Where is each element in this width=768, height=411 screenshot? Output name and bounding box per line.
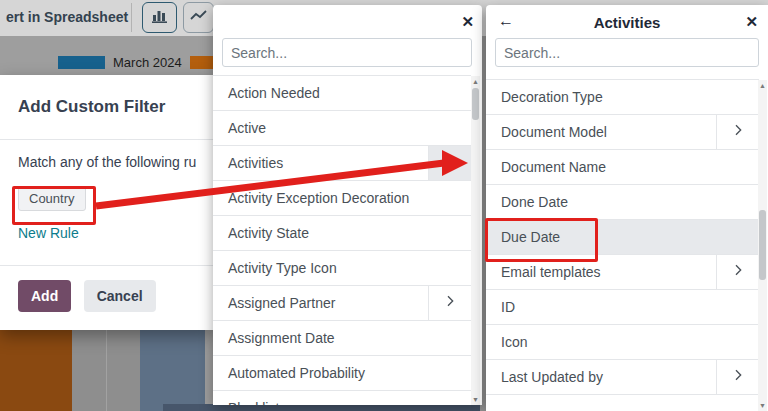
document-model-expand-target[interactable] <box>716 115 759 149</box>
chevron-right-icon <box>442 153 458 173</box>
list-item-document-name[interactable]: Document Name <box>486 150 759 185</box>
field-list-scrollbar[interactable]: ▲ ▼ <box>471 76 480 405</box>
new-rule-link[interactable]: New Rule <box>18 225 214 241</box>
activities-expand-target[interactable] <box>428 146 471 180</box>
list-item-automated-probability[interactable]: Automated Probability <box>213 356 471 391</box>
chart-bar-orange <box>0 330 72 411</box>
dialog-body: Match any of the following ru Country Ne… <box>0 140 214 265</box>
close-icon[interactable]: ✕ <box>745 13 758 31</box>
dialog-footer: Add Cancel <box>0 265 214 312</box>
list-item-last-updated-by[interactable]: Last Updated by <box>486 360 759 395</box>
list-item-email-templates[interactable]: Email templates <box>486 255 759 290</box>
line-chart-view-button[interactable] <box>183 2 214 33</box>
chart-legend: March 2024 <box>58 55 237 70</box>
close-icon[interactable]: ✕ <box>461 13 474 31</box>
list-item-due-date[interactable]: Due Date <box>486 220 759 255</box>
field-select-dropdown: ✕ Action Needed Active Activities Activi… <box>213 5 482 405</box>
cancel-button[interactable]: Cancel <box>84 280 156 312</box>
field-search-input[interactable] <box>222 38 472 67</box>
scrollbar-thumb[interactable] <box>759 210 766 280</box>
legend-blue-swatch <box>58 56 105 69</box>
activities-field-list: Decoration Type Document Model Document … <box>486 79 759 411</box>
list-item-assigned-partner[interactable]: Assigned Partner <box>213 286 471 321</box>
chevron-right-icon <box>442 293 458 313</box>
chart-bar-divider <box>106 330 107 411</box>
legend-label: March 2024 <box>113 55 182 70</box>
list-item-assignment-date[interactable]: Assignment Date <box>213 321 471 356</box>
email-templates-expand-target[interactable] <box>716 255 759 289</box>
list-item-active[interactable]: Active <box>213 111 471 146</box>
bar-chart-icon <box>151 8 169 28</box>
toolbar-divider <box>131 3 132 32</box>
list-item-blacklist[interactable]: Blacklist <box>213 391 471 405</box>
screen: ert in Spreadsheet March 2024 Add Custom… <box>0 0 768 411</box>
chevron-right-icon <box>730 367 746 387</box>
bar-chart-view-button[interactable] <box>142 2 177 33</box>
list-item-activities[interactable]: Activities <box>213 146 471 181</box>
field-list: Action Needed Active Activities Activity… <box>213 75 471 405</box>
assigned-partner-expand-target[interactable] <box>428 286 471 320</box>
line-chart-icon <box>190 8 208 28</box>
dialog-title: Add Custom Filter <box>18 97 165 117</box>
dialog-header: Add Custom Filter <box>0 75 214 140</box>
chevron-right-icon <box>730 262 746 282</box>
scroll-up-icon[interactable]: ▲ <box>758 81 767 90</box>
activities-list-scrollbar[interactable]: ▲ ▼ <box>758 80 767 411</box>
chart-axis-strip <box>163 404 480 411</box>
chart-bar-slate <box>140 330 205 411</box>
list-item-activity-exception-decoration[interactable]: Activity Exception Decoration <box>213 181 471 216</box>
last-updated-by-expand-target[interactable] <box>716 360 759 394</box>
subpanel-title: Activities <box>486 14 768 31</box>
list-item-id[interactable]: ID <box>486 290 759 325</box>
match-rules-text: Match any of the following ru <box>18 154 214 170</box>
scroll-up-icon[interactable]: ▲ <box>471 77 480 86</box>
list-item-icon[interactable]: Icon <box>486 325 759 360</box>
rule-field-chip-country[interactable]: Country <box>18 186 86 211</box>
subpanel-search-input[interactable] <box>495 38 759 67</box>
scrollbar-thumb[interactable] <box>472 88 479 120</box>
list-item-decoration-type[interactable]: Decoration Type <box>486 80 759 115</box>
add-custom-filter-dialog: Add Custom Filter Match any of the follo… <box>0 75 214 330</box>
scroll-down-icon[interactable]: ▼ <box>471 395 480 404</box>
scroll-down-icon[interactable]: ▼ <box>758 401 767 410</box>
list-item-activity-type-icon[interactable]: Activity Type Icon <box>213 251 471 286</box>
add-button[interactable]: Add <box>18 280 71 312</box>
insert-in-spreadsheet-button[interactable]: ert in Spreadsheet <box>6 9 128 25</box>
list-item-done-date[interactable]: Done Date <box>486 185 759 220</box>
activities-subpanel: ← Activities ✕ Decoration Type Document … <box>486 5 768 411</box>
list-item-activity-state[interactable]: Activity State <box>213 216 471 251</box>
chevron-right-icon <box>730 122 746 142</box>
list-item-action-needed[interactable]: Action Needed <box>213 76 471 111</box>
list-item-document-model[interactable]: Document Model <box>486 115 759 150</box>
